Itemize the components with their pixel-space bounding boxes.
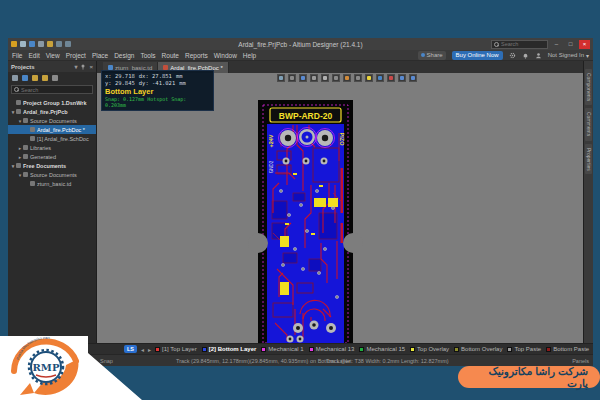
menu-items: FileEditViewProjectPlaceDesignToolsRoute… — [12, 52, 256, 59]
gear-icon[interactable] — [509, 52, 516, 59]
tree-item[interactable]: Ardal_fire.PcbDoc * — [8, 125, 96, 134]
layer-tab[interactable]: Mechanical 15 — [359, 346, 405, 352]
panel-tab[interactable]: Comments — [585, 108, 592, 140]
cloud-icon[interactable] — [376, 74, 384, 82]
open-folder-icon[interactable] — [32, 75, 38, 81]
tree-item[interactable]: ▸ Generated — [8, 152, 96, 161]
layer-tab-label: Mechanical 15 — [366, 346, 405, 352]
tree-item[interactable]: ▾ Ardal_fire.PrjPcb — [8, 107, 96, 116]
move-icon[interactable] — [299, 74, 307, 82]
menu-item[interactable]: View — [46, 52, 60, 59]
scroll-left-icon[interactable]: ◂ — [141, 346, 144, 353]
layer-tab[interactable]: [2] Bottom Layer — [202, 346, 257, 352]
filter-icon[interactable] — [277, 74, 285, 82]
polygon-tool-icon[interactable] — [343, 74, 351, 82]
route-tool-icon[interactable] — [354, 74, 362, 82]
panel-tab[interactable]: Components — [585, 69, 592, 105]
layer-color-swatch — [309, 347, 314, 352]
tree-item[interactable]: [1] Ardal_fire.SchDoc — [8, 134, 96, 143]
add-folder-icon[interactable] — [42, 75, 48, 81]
menu-item[interactable]: Tools — [140, 52, 155, 59]
buy-online-button[interactable]: Buy Online Now — [452, 51, 503, 60]
user-icon[interactable] — [535, 52, 542, 59]
layer-tab[interactable]: Mechanical 13 — [309, 346, 355, 352]
editor-area: zturn_basic.td Ardal_fire.PcbDoc * x: 29… — [97, 61, 583, 343]
pcb-canvas[interactable]: BWP-ARD-20 +24V GND2 PIZO — [97, 73, 583, 343]
projects-panel-title: Projects — [11, 64, 35, 70]
panels-button[interactable]: Panels — [572, 358, 589, 364]
panel-tab[interactable]: Properties — [585, 144, 592, 175]
pin-icon[interactable] — [80, 64, 86, 70]
save-all-icon[interactable] — [12, 75, 18, 81]
layer-tab[interactable]: Top Overlay — [410, 346, 449, 352]
projects-panel: Projects ▾ × — [8, 61, 97, 343]
hud-unit: mm — [179, 80, 186, 87]
title-bar: Ardal_fire.PrjPcb - Altium Designer (21.… — [8, 38, 593, 50]
projects-search[interactable] — [11, 85, 93, 94]
grid-icon[interactable] — [387, 74, 395, 82]
sign-in-status[interactable]: Not Signed In▾ — [548, 52, 589, 59]
layer-tab-label: Bottom Overlay — [461, 346, 502, 352]
maximize-button[interactable]: □ — [565, 40, 576, 49]
measure-icon[interactable] — [398, 74, 406, 82]
tree-item[interactable]: ▾ Free Documents — [8, 161, 96, 170]
menu-item[interactable]: Help — [243, 52, 256, 59]
close-button[interactable]: × — [579, 40, 590, 49]
menu-item[interactable]: Project — [66, 52, 86, 59]
svg-text:BWP-ARD-20: BWP-ARD-20 — [279, 111, 333, 121]
pad-tool-icon[interactable] — [321, 74, 329, 82]
tree-item[interactable]: ▾ Source Documents — [8, 116, 96, 125]
tree-item-label: Ardal_fire.PcbDoc * — [37, 127, 85, 133]
panel-menu-icon[interactable]: ▾ — [74, 63, 77, 70]
layer-tab-label: Top Paste — [514, 346, 541, 352]
layer-tab[interactable]: Mechanical 1 — [261, 346, 303, 352]
layer-tab-label: Mechanical 13 — [316, 346, 355, 352]
tree-item[interactable]: ▸ Libraries — [8, 143, 96, 152]
redo-icon[interactable] — [65, 41, 71, 47]
layer-tab[interactable]: Top Paste — [507, 346, 541, 352]
snippets-icon[interactable] — [288, 74, 296, 82]
menu-item[interactable]: Place — [92, 52, 108, 59]
notifications-icon[interactable] — [522, 52, 529, 59]
menu-item[interactable]: Design — [114, 52, 134, 59]
layer-tab-label: Bottom Paste — [553, 346, 589, 352]
tree-item[interactable]: ▾ Source Documents — [8, 170, 96, 179]
fill-tool-icon[interactable] — [332, 74, 340, 82]
tree-item[interactable]: Project Group 1.DsnWrk — [8, 98, 96, 107]
save-icon[interactable] — [38, 41, 44, 47]
tree-item[interactable]: zturn_basic.td — [8, 179, 96, 188]
layer-color-swatch — [410, 347, 415, 352]
rectangle-tool-icon[interactable] — [310, 74, 318, 82]
menu-item[interactable]: Reports — [185, 52, 208, 59]
scroll-right-icon[interactable]: ▸ — [148, 346, 151, 353]
undo-icon[interactable] — [56, 41, 62, 47]
settings-icon[interactable] — [52, 75, 58, 81]
open-project-icon[interactable] — [47, 41, 53, 47]
open-document-icon[interactable] — [29, 41, 35, 47]
layer-color-swatch — [202, 347, 207, 352]
svg-text:RMP: RMP — [33, 362, 60, 373]
menu-item[interactable]: Window — [214, 52, 237, 59]
highlight-icon[interactable] — [365, 74, 373, 82]
minimize-button[interactable]: – — [551, 40, 562, 49]
menu-item[interactable]: File — [12, 52, 22, 59]
search-icon — [14, 87, 19, 92]
layer-tab[interactable]: Bottom Overlay — [454, 346, 502, 352]
share-button[interactable]: Share — [418, 51, 446, 60]
projects-search-input[interactable] — [21, 87, 90, 93]
status-net-info: Track (Net: T38 Width: 0.2mm Length: 12.… — [326, 358, 449, 364]
search-input[interactable] — [501, 41, 545, 47]
line-tool-icon[interactable] — [409, 74, 417, 82]
layer-tab-bar: LS ◂ ▸ [1] Top Layer [2] Bottom Layer — [8, 343, 593, 354]
app-icon[interactable] — [11, 41, 17, 47]
menu-item[interactable]: Edit — [28, 52, 39, 59]
layer-tab-label: Top Overlay — [417, 346, 449, 352]
compile-icon[interactable] — [22, 75, 28, 81]
menu-item[interactable]: Route — [162, 52, 179, 59]
layer-tab[interactable]: [1] Top Layer — [155, 346, 197, 352]
layer-tab[interactable]: Bottom Paste — [546, 346, 589, 352]
panel-close-icon[interactable]: × — [89, 64, 93, 70]
layer-sets-button[interactable]: LS — [124, 345, 137, 353]
new-document-icon[interactable] — [20, 41, 26, 47]
global-search[interactable] — [491, 40, 548, 49]
